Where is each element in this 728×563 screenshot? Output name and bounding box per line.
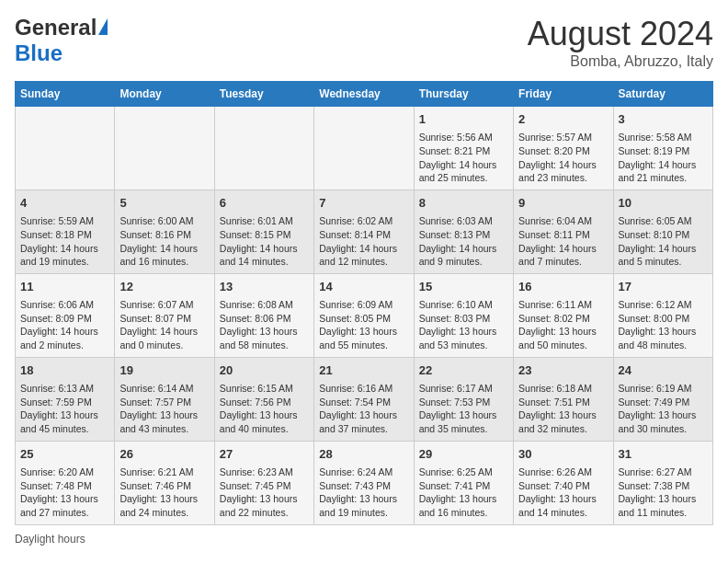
col-wednesday: Wednesday [314, 82, 414, 107]
calendar-week-row: 4Sunrise: 5:59 AM Sunset: 8:18 PM Daylig… [16, 190, 713, 273]
table-row: 16Sunrise: 6:11 AM Sunset: 8:02 PM Dayli… [514, 273, 613, 357]
day-number: 4 [20, 195, 109, 212]
table-row [214, 107, 313, 190]
daylight-label: Daylight hours [15, 533, 85, 546]
table-row [115, 107, 214, 190]
day-info: Sunrise: 6:01 AM Sunset: 8:15 PM Dayligh… [220, 214, 309, 269]
logo: General Blue [15, 15, 108, 66]
calendar-title: August 2024 [528, 15, 713, 53]
calendar-subtitle: Bomba, Abruzzo, Italy [528, 53, 713, 70]
day-info: Sunrise: 6:19 AM Sunset: 7:49 PM Dayligh… [619, 382, 708, 436]
table-row: 15Sunrise: 6:10 AM Sunset: 8:03 PM Dayli… [414, 273, 513, 357]
day-number: 17 [619, 279, 708, 295]
day-number: 26 [119, 446, 209, 463]
day-info: Sunrise: 6:21 AM Sunset: 7:46 PM Dayligh… [119, 465, 209, 520]
day-info: Sunrise: 6:14 AM Sunset: 7:57 PM Dayligh… [119, 382, 209, 436]
day-info: Sunrise: 6:12 AM Sunset: 8:00 PM Dayligh… [619, 298, 708, 352]
day-info: Sunrise: 6:18 AM Sunset: 7:51 PM Dayligh… [518, 382, 608, 436]
table-row [16, 107, 115, 190]
day-info: Sunrise: 6:20 AM Sunset: 7:48 PM Dayligh… [20, 465, 109, 520]
day-number: 11 [20, 279, 109, 295]
day-number: 9 [518, 195, 608, 212]
day-number: 15 [419, 279, 508, 295]
day-info: Sunrise: 6:16 AM Sunset: 7:54 PM Dayligh… [319, 382, 408, 436]
table-row: 11Sunrise: 6:06 AM Sunset: 8:09 PM Dayli… [16, 273, 115, 357]
day-info: Sunrise: 6:15 AM Sunset: 7:56 PM Dayligh… [220, 382, 309, 436]
table-row: 4Sunrise: 5:59 AM Sunset: 8:18 PM Daylig… [16, 190, 115, 273]
table-row: 7Sunrise: 6:02 AM Sunset: 8:14 PM Daylig… [314, 190, 414, 273]
table-row: 2Sunrise: 5:57 AM Sunset: 8:20 PM Daylig… [514, 107, 613, 190]
day-number: 14 [319, 279, 408, 295]
title-section: August 2024 Bomba, Abruzzo, Italy [528, 15, 713, 70]
day-number: 21 [319, 362, 408, 379]
col-sunday: Sunday [16, 82, 115, 107]
day-number: 3 [619, 111, 708, 128]
day-number: 8 [419, 195, 508, 212]
day-info: Sunrise: 6:06 AM Sunset: 8:09 PM Dayligh… [20, 298, 109, 352]
day-info: Sunrise: 6:23 AM Sunset: 7:45 PM Dayligh… [220, 465, 309, 520]
logo-blue: Blue [15, 40, 63, 66]
day-info: Sunrise: 6:11 AM Sunset: 8:02 PM Dayligh… [518, 298, 608, 352]
table-row: 10Sunrise: 6:05 AM Sunset: 8:10 PM Dayli… [613, 190, 712, 273]
day-info: Sunrise: 6:02 AM Sunset: 8:14 PM Dayligh… [319, 214, 408, 269]
col-tuesday: Tuesday [214, 82, 313, 107]
day-number: 12 [119, 279, 209, 295]
table-row: 1Sunrise: 5:56 AM Sunset: 8:21 PM Daylig… [414, 107, 513, 190]
day-info: Sunrise: 6:13 AM Sunset: 7:59 PM Dayligh… [20, 382, 109, 436]
day-info: Sunrise: 6:03 AM Sunset: 8:13 PM Dayligh… [419, 214, 508, 269]
day-info: Sunrise: 6:27 AM Sunset: 7:38 PM Dayligh… [619, 465, 708, 520]
day-info: Sunrise: 6:26 AM Sunset: 7:40 PM Dayligh… [518, 465, 608, 520]
calendar-header: Sunday Monday Tuesday Wednesday Thursday… [16, 82, 713, 107]
day-info: Sunrise: 5:59 AM Sunset: 8:18 PM Dayligh… [20, 214, 109, 269]
header-row: Sunday Monday Tuesday Wednesday Thursday… [16, 82, 713, 107]
day-info: Sunrise: 6:07 AM Sunset: 8:07 PM Dayligh… [119, 298, 209, 352]
table-row: 28Sunrise: 6:24 AM Sunset: 7:43 PM Dayli… [314, 441, 414, 524]
day-number: 25 [20, 446, 109, 463]
table-row: 20Sunrise: 6:15 AM Sunset: 7:56 PM Dayli… [214, 357, 313, 441]
table-row: 3Sunrise: 5:58 AM Sunset: 8:19 PM Daylig… [613, 107, 712, 190]
day-number: 24 [619, 362, 708, 379]
day-number: 30 [518, 446, 608, 463]
table-row [314, 107, 414, 190]
col-monday: Monday [115, 82, 214, 107]
day-number: 7 [319, 195, 408, 212]
day-number: 18 [20, 362, 109, 379]
day-number: 23 [518, 362, 608, 379]
logo-triangle-icon [98, 18, 108, 35]
table-row: 17Sunrise: 6:12 AM Sunset: 8:00 PM Dayli… [613, 273, 712, 357]
day-number: 27 [220, 446, 309, 463]
day-info: Sunrise: 5:56 AM Sunset: 8:21 PM Dayligh… [419, 131, 508, 185]
day-number: 28 [319, 446, 408, 463]
logo-general: General [15, 15, 97, 40]
day-number: 16 [518, 279, 608, 295]
table-row: 19Sunrise: 6:14 AM Sunset: 7:57 PM Dayli… [115, 357, 214, 441]
table-row: 18Sunrise: 6:13 AM Sunset: 7:59 PM Dayli… [16, 357, 115, 441]
table-row: 24Sunrise: 6:19 AM Sunset: 7:49 PM Dayli… [613, 357, 712, 441]
day-info: Sunrise: 6:04 AM Sunset: 8:11 PM Dayligh… [518, 214, 608, 269]
table-row: 26Sunrise: 6:21 AM Sunset: 7:46 PM Dayli… [115, 441, 214, 524]
day-info: Sunrise: 5:58 AM Sunset: 8:19 PM Dayligh… [619, 131, 708, 185]
col-friday: Friday [514, 82, 613, 107]
day-number: 22 [419, 362, 508, 379]
table-row: 27Sunrise: 6:23 AM Sunset: 7:45 PM Dayli… [214, 441, 313, 524]
day-number: 10 [619, 195, 708, 212]
table-row: 22Sunrise: 6:17 AM Sunset: 7:53 PM Dayli… [414, 357, 513, 441]
calendar-week-row: 18Sunrise: 6:13 AM Sunset: 7:59 PM Dayli… [16, 357, 713, 441]
calendar-table: Sunday Monday Tuesday Wednesday Thursday… [15, 81, 713, 525]
day-info: Sunrise: 6:09 AM Sunset: 8:05 PM Dayligh… [319, 298, 408, 352]
table-row: 21Sunrise: 6:16 AM Sunset: 7:54 PM Dayli… [314, 357, 414, 441]
table-row: 29Sunrise: 6:25 AM Sunset: 7:41 PM Dayli… [414, 441, 513, 524]
table-row: 12Sunrise: 6:07 AM Sunset: 8:07 PM Dayli… [115, 273, 214, 357]
table-row: 5Sunrise: 6:00 AM Sunset: 8:16 PM Daylig… [115, 190, 214, 273]
table-row: 31Sunrise: 6:27 AM Sunset: 7:38 PM Dayli… [613, 441, 712, 524]
table-row: 13Sunrise: 6:08 AM Sunset: 8:06 PM Dayli… [214, 273, 313, 357]
day-number: 13 [220, 279, 309, 295]
calendar-week-row: 25Sunrise: 6:20 AM Sunset: 7:48 PM Dayli… [16, 441, 713, 524]
day-number: 6 [220, 195, 309, 212]
day-info: Sunrise: 6:10 AM Sunset: 8:03 PM Dayligh… [419, 298, 508, 352]
day-number: 2 [518, 111, 608, 128]
day-info: Sunrise: 6:00 AM Sunset: 8:16 PM Dayligh… [119, 214, 209, 269]
table-row: 30Sunrise: 6:26 AM Sunset: 7:40 PM Dayli… [514, 441, 613, 524]
day-info: Sunrise: 6:25 AM Sunset: 7:41 PM Dayligh… [419, 465, 508, 520]
calendar-week-row: 1Sunrise: 5:56 AM Sunset: 8:21 PM Daylig… [16, 107, 713, 190]
